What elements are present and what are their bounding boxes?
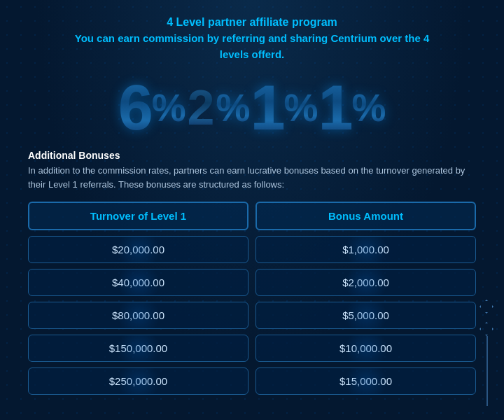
nav-dot-1[interactable]: [479, 300, 493, 314]
turnover-row1: $20,000.00: [28, 236, 248, 263]
main-content: 4 Level partner affiliate program You ca…: [0, 0, 504, 409]
bonuses-table: Turnover of Level 1 Bonus Amount $20,000…: [28, 202, 476, 395]
turnover-row4: $150,000.00: [28, 335, 248, 362]
bonuses-description: In addition to the commission rates, par…: [28, 164, 476, 191]
table-header-row: Turnover of Level 1 Bonus Amount: [28, 202, 476, 230]
title-line1: 4 Level partner affiliate program: [75, 14, 430, 31]
pct-6: 6: [118, 76, 152, 139]
title-line2: You can earn commission by referring and…: [75, 31, 430, 62]
bonus-row2: $2,000.00: [255, 269, 476, 296]
navigation-dots: [479, 300, 493, 336]
title-section: 4 Level partner affiliate program You ca…: [75, 14, 430, 62]
bonuses-section: Additional Bonuses In addition to the co…: [28, 150, 476, 191]
table-row: $40,000.00 $2,000.00: [28, 269, 476, 296]
pct-1b-symbol: %: [351, 89, 386, 127]
pct-6-symbol: %: [152, 89, 186, 127]
table-row: $80,000.00 $5,000.00: [28, 302, 476, 329]
header-bonus: Bonus Amount: [255, 202, 476, 230]
pct-1a: 1: [250, 76, 284, 139]
bonus-row5: $15,000.00: [255, 368, 476, 395]
turnover-row3: $80,000.00: [28, 302, 248, 329]
bonus-row1: $1,000.00: [255, 236, 476, 263]
turnover-row5: $250,000.00: [28, 368, 248, 395]
percentage-display: 6 % 2 % 1 % 1 %: [118, 76, 386, 139]
bonus-row3: $5,000.00: [255, 302, 476, 329]
pct-2-symbol: %: [216, 89, 251, 127]
header-turnover: Turnover of Level 1: [28, 202, 248, 230]
pct-1b: 1: [318, 76, 351, 139]
table-row: $250,000.00 $15,000.00: [28, 368, 476, 395]
bonus-row4: $10,000.00: [255, 335, 476, 362]
pct-1a-symbol: %: [284, 89, 318, 127]
bonuses-title: Additional Bonuses: [28, 150, 476, 161]
table-row: $150,000.00 $10,000.00: [28, 335, 476, 362]
pct-separator-1: 2: [188, 83, 215, 132]
nav-line: [486, 336, 488, 406]
table-row: $20,000.00 $1,000.00: [28, 236, 476, 263]
nav-dot-2[interactable]: [479, 322, 493, 336]
turnover-row2: $40,000.00: [28, 269, 248, 296]
